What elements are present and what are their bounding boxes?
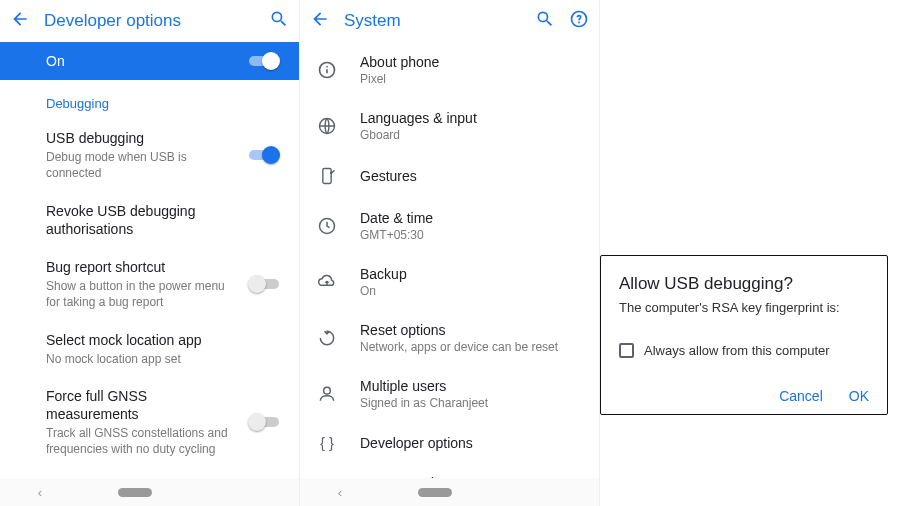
item-bugreport-shortcut[interactable]: Bug report shortcut Show a button in the…	[0, 248, 299, 321]
item-title: Multiple users	[360, 378, 581, 394]
system-list: About phonePixel Languages & inputGboard…	[300, 42, 599, 478]
nav-home-pill[interactable]	[418, 488, 452, 497]
item-date-time[interactable]: Date & timeGMT+05:30	[300, 198, 599, 254]
appbar-devopts: Developer options	[0, 0, 299, 42]
braces-icon: { }	[314, 434, 340, 451]
always-allow-checkbox[interactable]	[619, 343, 634, 358]
item-subtitle: Show a button in the power menu for taki…	[46, 278, 235, 310]
appbar-system: System	[300, 0, 599, 42]
item-title: Developer options	[360, 435, 581, 451]
item-subtitle: Network, apps or device can be reset	[360, 340, 581, 354]
dialog-title: Allow USB debugging?	[619, 274, 869, 294]
master-toggle[interactable]	[247, 51, 281, 71]
dialog-body: The computer's RSA key fingerprint is:	[619, 300, 869, 315]
item-title: USB debugging	[46, 129, 235, 147]
svg-point-8	[324, 387, 331, 394]
item-title: Bug report shortcut	[46, 258, 235, 276]
item-backup[interactable]: BackupOn	[300, 254, 599, 310]
section-header-debugging: Debugging	[0, 80, 299, 119]
always-allow-row[interactable]: Always allow from this computer	[619, 343, 869, 358]
search-icon[interactable]	[269, 9, 289, 33]
item-view-attr-inspect[interactable]: Enable view attribute inspection	[0, 468, 299, 478]
svg-rect-4	[323, 169, 331, 184]
item-subtitle: Gboard	[360, 128, 581, 142]
devopts-list: USB debugging Debug mode when USB is con…	[0, 119, 299, 478]
svg-point-2	[326, 66, 328, 68]
always-allow-label: Always allow from this computer	[644, 343, 830, 358]
reset-icon	[314, 328, 340, 348]
item-usb-debugging[interactable]: USB debugging Debug mode when USB is con…	[0, 119, 299, 192]
item-title: Select mock location app	[46, 331, 281, 349]
item-developer-options[interactable]: { } Developer options	[300, 422, 599, 463]
item-languages[interactable]: Languages & inputGboard	[300, 98, 599, 154]
nav-home-pill[interactable]	[118, 488, 152, 497]
ok-button[interactable]: OK	[849, 388, 869, 404]
item-mock-location[interactable]: Select mock location app No mock locatio…	[0, 321, 299, 377]
item-subtitle: No mock location app set	[46, 351, 281, 367]
system-screen: System About phonePixel Languages & inpu…	[300, 0, 600, 506]
developer-options-screen: Developer options On Debugging USB debug…	[0, 0, 300, 506]
item-title: Date & time	[360, 210, 581, 226]
back-arrow-icon[interactable]	[310, 9, 330, 33]
item-about-phone[interactable]: About phonePixel	[300, 42, 599, 98]
gesture-icon	[314, 166, 340, 186]
gnss-toggle[interactable]	[247, 412, 281, 432]
usb-debugging-dialog-screen: Allow USB debugging? The computer's RSA …	[600, 0, 900, 506]
appbar-title: Developer options	[44, 11, 255, 31]
item-multiple-users[interactable]: Multiple usersSigned in as Charanjeet	[300, 366, 599, 422]
gesture-navbar: ‹	[300, 478, 599, 506]
appbar-title: System	[344, 11, 521, 31]
item-title: Backup	[360, 266, 581, 282]
bugreport-toggle[interactable]	[247, 274, 281, 294]
master-toggle-row[interactable]: On	[0, 42, 299, 80]
item-force-gnss[interactable]: Force full GNSS measurements Track all G…	[0, 377, 299, 468]
master-toggle-label: On	[46, 53, 65, 69]
globe-icon	[314, 116, 340, 136]
back-arrow-icon[interactable]	[10, 9, 30, 33]
item-subtitle: Debug mode when USB is connected	[46, 149, 235, 181]
item-title: About phone	[360, 54, 581, 70]
svg-line-6	[332, 170, 335, 173]
info-icon	[314, 60, 340, 80]
usb-debugging-toggle[interactable]	[247, 145, 281, 165]
item-title: Gestures	[360, 168, 581, 184]
help-icon[interactable]	[569, 9, 589, 33]
item-system-update[interactable]: System updateUpdated to Android 9	[300, 463, 599, 478]
search-icon[interactable]	[535, 9, 555, 33]
item-subtitle: Signed in as Charanjeet	[360, 396, 581, 410]
item-title: Force full GNSS measurements	[46, 387, 235, 423]
cloud-upload-icon	[314, 272, 340, 292]
nav-back-icon[interactable]: ‹	[38, 485, 42, 500]
item-subtitle: On	[360, 284, 581, 298]
item-gestures[interactable]: Gestures	[300, 154, 599, 198]
item-subtitle: Track all GNSS constellations and freque…	[46, 425, 235, 457]
item-subtitle: Pixel	[360, 72, 581, 86]
clock-icon	[314, 216, 340, 236]
item-title: Revoke USB debugging authorisations	[46, 202, 281, 238]
user-icon	[314, 384, 340, 404]
dialog-actions: Cancel OK	[619, 388, 869, 404]
cancel-button[interactable]: Cancel	[779, 388, 823, 404]
item-reset[interactable]: Reset optionsNetwork, apps or device can…	[300, 310, 599, 366]
allow-usb-dialog: Allow USB debugging? The computer's RSA …	[600, 255, 888, 415]
item-subtitle: GMT+05:30	[360, 228, 581, 242]
item-revoke-usb-auth[interactable]: Revoke USB debugging authorisations	[0, 192, 299, 248]
item-title: Reset options	[360, 322, 581, 338]
nav-back-icon[interactable]: ‹	[338, 485, 342, 500]
gesture-navbar: ‹	[0, 478, 299, 506]
item-title: Languages & input	[360, 110, 581, 126]
